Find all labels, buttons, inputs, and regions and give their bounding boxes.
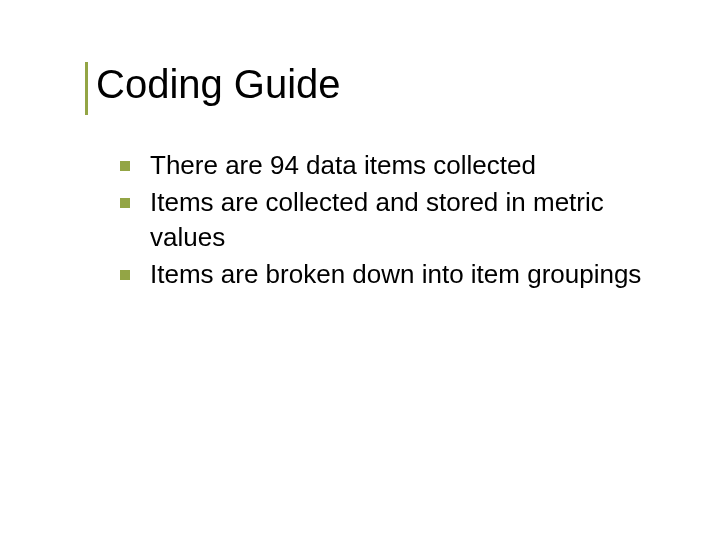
square-bullet-icon (120, 270, 130, 280)
bullet-text: Items are collected and stored in metric… (150, 185, 680, 255)
bullet-text: Items are broken down into item grouping… (150, 257, 641, 292)
bullet-text: There are 94 data items collected (150, 148, 536, 183)
slide-title: Coding Guide (96, 62, 680, 106)
bullet-list: There are 94 data items collected Items … (96, 148, 680, 292)
square-bullet-icon (120, 161, 130, 171)
square-bullet-icon (120, 198, 130, 208)
title-accent-line (85, 62, 88, 115)
list-item: There are 94 data items collected (120, 148, 680, 183)
list-item: Items are collected and stored in metric… (120, 185, 680, 255)
list-item: Items are broken down into item grouping… (120, 257, 680, 292)
slide: Coding Guide There are 94 data items col… (0, 0, 720, 540)
